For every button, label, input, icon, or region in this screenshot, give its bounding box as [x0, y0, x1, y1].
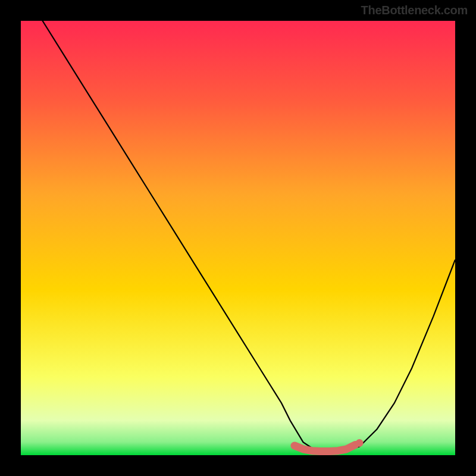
chart-frame: TheBottleneck.com [0, 0, 476, 476]
gradient-background [21, 21, 455, 455]
chart-svg [21, 21, 455, 455]
optimal-end-dot [356, 439, 364, 447]
watermark-label: TheBottleneck.com [361, 4, 468, 17]
plot-area [21, 21, 455, 455]
